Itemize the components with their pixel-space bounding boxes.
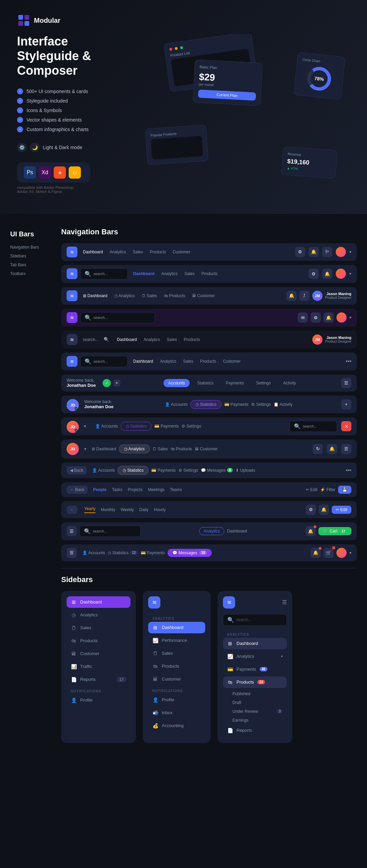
tab-accounts-15[interactable]: 👤 Accounts xyxy=(82,550,105,555)
tab-statistics-8[interactable]: ◷ Statistics xyxy=(190,400,221,409)
sidebar-item-accounting-2[interactable]: 💰 Accounting xyxy=(148,720,205,731)
nav-link-sales[interactable]: Sales xyxy=(133,250,143,254)
tab-accounts-7[interactable]: Accounts xyxy=(163,379,190,387)
save-btn-12[interactable]: 💾 xyxy=(338,486,351,494)
tab-analytics-10[interactable]: ◷ Analytics xyxy=(119,445,150,453)
tab-yearly-13[interactable]: Yearly xyxy=(84,506,95,513)
tab-settings-9[interactable]: ⚙ Settings xyxy=(181,424,201,429)
tab-products-10[interactable]: 🛍 Products xyxy=(171,447,192,451)
tab-activity-7[interactable]: Activity xyxy=(278,379,301,387)
sidebar-item-tab-bars[interactable]: Tab Bars xyxy=(10,263,51,267)
cart-btn-14[interactable]: 🛒 Cart 17 xyxy=(318,527,351,535)
tab-people-12[interactable]: People xyxy=(93,487,106,492)
nav-link-analytics-6[interactable]: Analytics xyxy=(160,359,176,364)
analytics-pill-14[interactable]: Analytics xyxy=(199,527,224,535)
tab-accounts-9[interactable]: 👤 Accounts xyxy=(95,424,118,429)
sidebar-item-profile-1[interactable]: 👤 Profile xyxy=(67,694,130,706)
sidebar-item-navigation-bars[interactable]: Navigation Bars xyxy=(10,245,51,250)
nav-link-sales-5[interactable]: Sales xyxy=(167,337,177,342)
filter-btn-12[interactable]: ⚡ Filter xyxy=(320,487,335,492)
sidebar-search-3[interactable]: 🔍 search... xyxy=(223,614,287,626)
more-options-11[interactable]: ••• xyxy=(346,467,351,473)
nav-link-analytics[interactable]: Analytics xyxy=(110,250,126,254)
hamburger-icon-7[interactable]: ☰ xyxy=(341,378,351,388)
sidebar-item-sales-1[interactable]: 🗒 Sales xyxy=(67,622,130,634)
notification-icon-btn-2[interactable]: 🔔 xyxy=(322,269,332,279)
tab-settings-8[interactable]: ⚙ Settings xyxy=(251,402,271,407)
settings-icon-btn[interactable]: ⚙ xyxy=(295,247,305,257)
tab-messages-15[interactable]: 💬 Messages 18 xyxy=(168,549,212,557)
hamburger-icon-14[interactable]: ☰ xyxy=(67,526,77,536)
nav-link-analytics-5[interactable]: Analytics xyxy=(144,337,160,342)
notification-icon-btn-3[interactable]: 🔔 xyxy=(286,291,297,301)
chevron-down-icon-4[interactable]: ▾ xyxy=(349,315,351,320)
tab-payments-8[interactable]: 💳 Payments xyxy=(224,402,249,407)
tab-monthly-13[interactable]: Monthly xyxy=(101,507,115,512)
edit-btn-12[interactable]: ✏ Edit xyxy=(306,487,317,492)
nav-link-products[interactable]: Products xyxy=(150,250,166,254)
nav-link-dashboard-3[interactable]: ⊞ Dashboard xyxy=(83,293,107,298)
search-box-6[interactable]: 🔍 search... xyxy=(80,356,128,367)
sub-item-earnings[interactable]: Earnings xyxy=(223,716,287,725)
tab-statistics-11[interactable]: ◷ Statistics xyxy=(118,466,148,475)
notification-icon-btn-4[interactable]: 🔔 xyxy=(324,312,334,323)
sidebar-item-sales-2[interactable]: 🗒 Sales xyxy=(148,648,205,659)
nav-link-products-6[interactable]: Products xyxy=(200,359,216,364)
sidebar-item-products-1[interactable]: 🛍 Products xyxy=(67,635,130,647)
sidebar-item-customer-2[interactable]: 🏛 Customer xyxy=(148,673,205,685)
tab-uploads-11[interactable]: ⬆ Uploads xyxy=(235,468,255,473)
sidebar-item-payments-3[interactable]: 💳 Payments 46 xyxy=(223,664,287,675)
nav-link-analytics-3[interactable]: ◷ Analytics xyxy=(114,293,135,298)
back-btn-11[interactable]: ◀ Back xyxy=(67,466,87,474)
nav-link-dashboard-2[interactable]: Dashboard xyxy=(133,271,155,276)
sub-item-published[interactable]: Published xyxy=(223,689,287,698)
nav-link-products-3[interactable]: 🛍 Products xyxy=(164,293,185,298)
sidebar-item-customer-1[interactable]: 🏛 Customer xyxy=(67,648,130,659)
nav-link-dashboard[interactable]: Dashboard xyxy=(83,250,103,254)
tab-accounts-8[interactable]: 👤 Accounts xyxy=(165,402,188,407)
tab-weekly-13[interactable]: Weekly xyxy=(121,507,134,512)
mail-icon-btn[interactable]: ✉ xyxy=(298,312,308,323)
flag-icon-btn[interactable]: 🏳 xyxy=(322,247,332,257)
sub-item-under-review[interactable]: Under Review 3 xyxy=(223,707,287,716)
tab-statistics-9[interactable]: ◷ Statistics xyxy=(121,422,152,431)
sidebar-item-reports-1[interactable]: 📄 Reports 17 xyxy=(67,674,130,685)
sidebar-item-dashboard-3[interactable]: ⊞ Dashboard xyxy=(223,638,287,649)
cart-icon-15[interactable]: 🛒 xyxy=(324,548,334,558)
add-icon-8[interactable]: + xyxy=(341,399,351,410)
sidebar-item-performance-2[interactable]: 📈 Performance xyxy=(148,635,205,646)
nav-link-products-2[interactable]: Products xyxy=(202,271,217,276)
nav-link-customer-3[interactable]: 🏛 Customer xyxy=(192,293,215,298)
notification-icon-10[interactable]: 🔔 xyxy=(327,444,337,454)
tab-accounts-11[interactable]: 👤 Accounts xyxy=(92,468,115,473)
tab-teams-12[interactable]: Teams xyxy=(170,487,182,492)
chevron-10[interactable]: ▾ xyxy=(84,447,86,451)
tab-settings-7[interactable]: Settings xyxy=(251,379,276,387)
share-icon-btn-3[interactable]: ⤴ xyxy=(299,291,310,301)
tab-settings-11[interactable]: ⚙ Settings xyxy=(178,468,198,473)
chevron-15[interactable]: ▾ xyxy=(349,550,351,555)
nav-link-products-5[interactable]: Products xyxy=(184,337,200,342)
close-icon-btn-9[interactable]: ✕ xyxy=(341,421,351,431)
sidebar-item-analytics-1[interactable]: ◷ Analytics xyxy=(67,609,130,621)
nav-link-sales-3[interactable]: 🗒 Sales xyxy=(142,293,157,298)
nav-link-customer-6[interactable]: Customer xyxy=(223,359,241,364)
hamburger-icon-10[interactable]: ☰ xyxy=(341,444,351,454)
tab-meetings-12[interactable]: Meetings xyxy=(148,487,164,492)
sidebar-item-traffic-1[interactable]: 📊 Traffic xyxy=(67,661,130,672)
tab-payments-7[interactable]: Payments xyxy=(221,379,248,387)
edit-btn-13[interactable]: ✏ Edit xyxy=(332,506,351,514)
sidebar-item-products-3[interactable]: 🛍 Products 22 xyxy=(223,676,287,688)
sidebar-item-sidebars[interactable]: Sidebars xyxy=(10,254,51,258)
tab-payments-11[interactable]: 💳 Payments xyxy=(151,468,176,473)
nav-link-analytics-2[interactable]: Analytics xyxy=(161,271,178,276)
sidebar-item-reports-3[interactable]: 📄 Reports xyxy=(223,725,287,736)
tab-daily-13[interactable]: Daily xyxy=(139,507,148,512)
sidebar-item-profile-2[interactable]: 👤 Profile xyxy=(148,694,205,706)
hamburger-icon-15[interactable]: ☰ xyxy=(67,548,77,558)
sidebar-item-products-2[interactable]: 🛍 Products xyxy=(148,661,205,672)
settings-icon-13[interactable]: ⚙ xyxy=(306,505,316,515)
settings-icon-btn-4[interactable]: ⚙ xyxy=(311,312,321,323)
tab-payments-15[interactable]: 💳 Payments xyxy=(141,550,165,555)
tab-customer-10[interactable]: 🏛 Customer xyxy=(195,447,217,451)
